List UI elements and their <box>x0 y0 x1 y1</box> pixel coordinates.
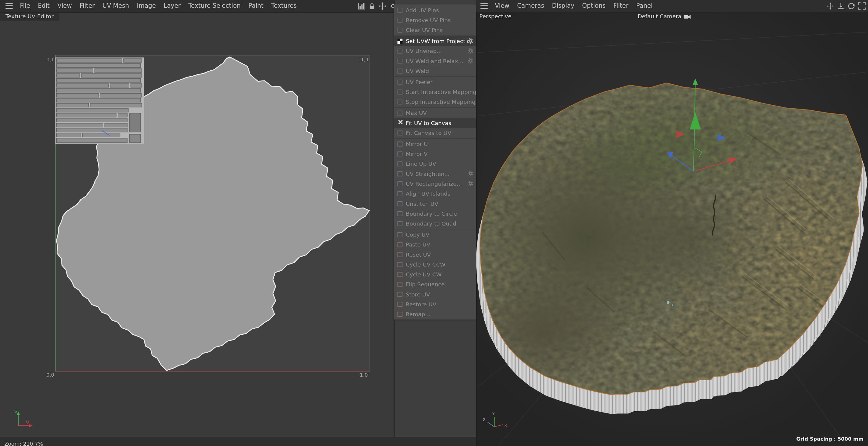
cmd-boundary-to-quad[interactable]: Boundary to Quad <box>394 218 476 228</box>
cmd-mirror-v[interactable]: Mirror V <box>394 149 476 159</box>
menu-image[interactable]: Image <box>133 0 160 12</box>
cmd-clear-uv-pins[interactable]: Clear UV Pins <box>394 25 476 35</box>
paste-icon <box>398 242 403 247</box>
cmd-cycle-uv-cw[interactable]: Cycle UV CW <box>394 269 476 279</box>
cmd-set-uvw-from-projection[interactable]: Set UVW from Projection... <box>394 36 476 46</box>
gear-icon[interactable] <box>468 171 473 176</box>
uv-corner-top-left: 0,1 <box>43 57 54 62</box>
menu-vp-filter[interactable]: Filter <box>610 0 632 12</box>
download-icon[interactable] <box>837 2 845 10</box>
menu-vp-view[interactable]: View <box>491 0 513 12</box>
menu-uv-mesh[interactable]: UV Mesh <box>98 0 133 12</box>
align-islands-icon <box>398 191 403 196</box>
checker-icon <box>398 38 403 43</box>
cmd-cycle-uv-ccw[interactable]: Cycle UV CCW <box>394 259 476 269</box>
camera-icon <box>683 13 691 19</box>
texture-thumbnail <box>55 58 144 144</box>
gear-icon[interactable] <box>468 48 473 54</box>
camera-name: Default Camera <box>638 13 681 19</box>
move-icon[interactable] <box>379 2 386 10</box>
viewport-menus: View Cameras Display Options Filter Pane… <box>477 0 656 12</box>
cmd-uv-rectangularize[interactable]: UV Rectangularize... <box>394 179 476 188</box>
cmd-restore-uv[interactable]: Restore UV <box>394 299 476 309</box>
straighten-icon <box>398 171 403 176</box>
pin-icon <box>398 7 403 12</box>
axis-z-label: Z <box>483 418 486 422</box>
rotate-ccw-icon <box>398 262 403 267</box>
sync-icon[interactable] <box>848 2 856 10</box>
v-axis-label: V <box>14 409 18 414</box>
menu-vp-display[interactable]: Display <box>548 0 578 12</box>
mirror-u-icon <box>398 141 403 146</box>
cmd-max-uv[interactable]: Max UV <box>394 108 476 117</box>
cmd-uv-peeler[interactable]: UV Peeler <box>394 77 476 87</box>
rotate-cw-icon <box>398 272 403 277</box>
gear-icon[interactable] <box>468 38 473 44</box>
menu-vp-panel[interactable]: Panel <box>632 0 656 12</box>
viewport-canvas[interactable]: Y X Z <box>476 0 868 446</box>
camera-selector[interactable]: Default Camera <box>638 13 691 19</box>
cmd-copy-uv[interactable]: Copy UV <box>394 230 476 239</box>
menu-layer[interactable]: Layer <box>160 0 185 12</box>
gear-icon[interactable] <box>468 58 473 63</box>
pin-icon <box>398 18 403 23</box>
max-uv-icon <box>398 110 403 115</box>
menu-file[interactable]: File <box>16 0 34 12</box>
cmd-align-uv-islands[interactable]: Align UV Islands <box>394 188 476 198</box>
mirror-v-icon <box>398 151 403 156</box>
uv-corner-bottom-left: 0,0 <box>42 372 54 377</box>
uv-command-palette: Add UV Pins Remove UV Pins Clear UV Pins… <box>394 4 476 319</box>
menu-paint[interactable]: Paint <box>244 0 267 12</box>
cmd-reset-uv[interactable]: Reset UV <box>394 249 476 259</box>
axis-y-label: Y <box>492 412 495 416</box>
cmd-stop-interactive-mapping[interactable]: Stop Interactive Mapping <box>394 97 476 106</box>
cmd-mirror-u[interactable]: Mirror U <box>394 139 476 149</box>
cmd-unstitch-uv[interactable]: Unstitch UV <box>394 199 476 208</box>
menu-filter[interactable]: Filter <box>76 0 98 12</box>
terrain-model[interactable] <box>476 83 868 414</box>
menu-edit[interactable]: Edit <box>34 0 54 12</box>
weld-icon <box>398 68 403 73</box>
cmd-line-up-uv[interactable]: Line Up UV <box>394 159 476 168</box>
status-bar: Zoom: 210.7% <box>0 437 476 446</box>
pan-icon[interactable] <box>826 2 834 10</box>
cmd-uv-unwrap[interactable]: UV Unwrap... <box>394 46 476 56</box>
cmd-uv-weld-and-relax[interactable]: UV Weld and Relax... <box>394 56 476 66</box>
cmd-flip-sequence[interactable]: Flip Sequence <box>394 279 476 289</box>
histogram-icon[interactable] <box>358 2 365 10</box>
cmd-start-interactive-mapping[interactable]: Start Interactive Mapping <box>394 87 476 97</box>
rectangularize-icon <box>398 181 403 186</box>
menu-vp-cameras[interactable]: Cameras <box>513 0 548 12</box>
unwrap-icon <box>398 48 403 54</box>
cmd-remap[interactable]: Remap... <box>394 309 476 319</box>
menu-view[interactable]: View <box>54 0 76 12</box>
copy-icon <box>398 232 403 237</box>
cmd-store-uv[interactable]: Store UV <box>394 289 476 299</box>
cmd-fit-uv-to-canvas[interactable]: Fit UV to Canvas <box>394 118 476 128</box>
menu-texture-selection[interactable]: Texture Selection <box>185 0 244 12</box>
cmd-paste-uv[interactable]: Paste UV <box>394 239 476 249</box>
u-axis-label: U <box>26 419 29 424</box>
maximize-icon[interactable] <box>858 2 866 10</box>
cmd-boundary-to-circle[interactable]: Boundary to Circle <box>394 208 476 218</box>
cmd-remove-uv-pins[interactable]: Remove UV Pins <box>394 15 476 25</box>
uv-toolbar <box>358 2 397 10</box>
reset-icon <box>398 252 403 257</box>
menu-textures[interactable]: Textures <box>268 0 301 12</box>
boundary-circle-icon <box>398 211 403 216</box>
gear-icon[interactable] <box>468 181 473 186</box>
lock-icon[interactable] <box>368 2 376 10</box>
uv-canvas[interactable]: V U <box>0 0 394 446</box>
cmd-add-uv-pins[interactable]: Add UV Pins <box>394 5 476 15</box>
cmd-uv-straighten[interactable]: UV Straighten... <box>394 169 476 179</box>
cmd-fit-canvas-to-uv[interactable]: Fit Canvas to UV <box>394 128 476 138</box>
tab-texture-uv-editor[interactable]: Texture UV Editor <box>0 12 59 21</box>
terrain-surface-detail <box>476 83 868 404</box>
hamburger-icon[interactable] <box>5 3 12 9</box>
uv-editor-menus: File Edit View Filter UV Mesh Image Laye… <box>2 0 301 12</box>
cmd-uv-weld[interactable]: UV Weld <box>394 66 476 76</box>
menu-vp-options[interactable]: Options <box>578 0 610 12</box>
uv-corner-bottom-right: 1,0 <box>360 372 368 377</box>
hamburger-icon[interactable] <box>480 3 488 9</box>
interactive-stop-icon <box>398 99 403 104</box>
